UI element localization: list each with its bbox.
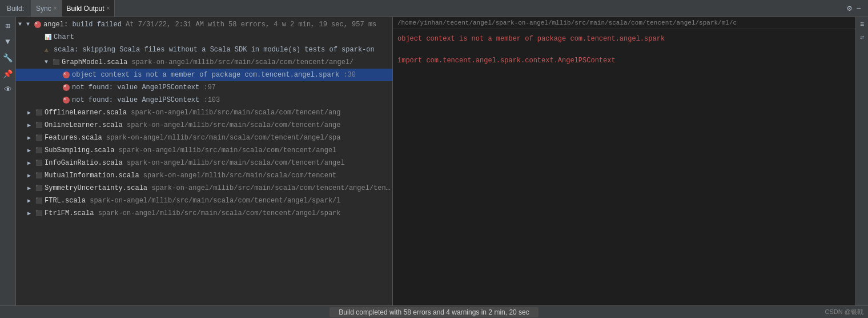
file-offline-text: OfflineLearner.scala spark-on-angel/mlli… xyxy=(45,109,341,117)
root-status: build failed xyxy=(72,21,126,29)
error-angel-103-row[interactable]: not found: value AngelPSContext :103 xyxy=(16,94,392,106)
file-symmetry-text: SymmetryUncertainty.scala spark-on-angel… xyxy=(45,184,390,192)
scala-warning-icon: ⚠ xyxy=(45,46,51,53)
scala-warning-text: scala: skipping Scala files without a Sc… xyxy=(54,46,375,54)
file-symmetry-row[interactable]: ⬛ SymmetryUncertainty.scala spark-on-ang… xyxy=(16,182,392,194)
file-offline-row[interactable]: ⬛ OfflineLearner.scala spark-on-angel/ml… xyxy=(16,106,392,119)
file-ftrlfm-text: FtrlFM.scala spark-on-angel/mllib/src/ma… xyxy=(45,209,341,217)
graphmodel-arrow xyxy=(45,59,51,66)
sidebar-collapse-icon[interactable]: ▼ xyxy=(2,35,14,48)
error-context-icon xyxy=(63,71,70,78)
root-label: angel: xyxy=(43,21,68,29)
minimize-icon[interactable]: − xyxy=(857,4,861,13)
tab-sync-close[interactable]: × xyxy=(54,5,57,11)
file-symmetry-arrow xyxy=(27,185,34,192)
sidebar-eye-icon[interactable]: 👁 xyxy=(2,84,14,96)
error-angel-103-arrow xyxy=(55,97,62,104)
error-angel-97-text: not found: value AngelPSContext :97 xyxy=(72,84,216,92)
build-label: Build: xyxy=(7,5,24,13)
sidebar-expand-icon[interactable]: ⊞ xyxy=(2,19,14,32)
sidebar-pin-icon[interactable]: 📌 xyxy=(2,67,14,80)
chart-arrow xyxy=(37,34,43,41)
right-list-icon[interactable]: ≡ xyxy=(857,19,867,30)
chart-icon: 📊 xyxy=(45,34,51,41)
error-panel: /home/yinhan/tecent/angel/spark-on-angel… xyxy=(393,17,855,305)
chart-text: Chart xyxy=(54,33,74,41)
file-features-icon: ⬛ xyxy=(35,134,42,141)
error-angel-97-icon xyxy=(63,84,70,91)
build-panel: angel: build failed At 7/31/22, 2:31 AM … xyxy=(16,17,393,305)
error-angel-103-text: not found: value AngelPSContext :103 xyxy=(72,96,220,104)
root-detail: At 7/31/22, 2:31 AM with 58 errors, 4 w … xyxy=(126,21,376,29)
file-features-text: Features.scala spark-on-angel/mllib/src/… xyxy=(45,134,341,142)
error-angel-97-msg: not found: value AngelPSContext xyxy=(72,84,203,92)
root-arrow xyxy=(18,21,25,28)
tab-sync[interactable]: Sync × xyxy=(31,0,62,17)
file-ftrlfm-icon: ⬛ xyxy=(35,210,42,217)
error-content: object context is not a member of packag… xyxy=(393,29,855,305)
graphmodel-text: GraphModel.scala spark-on-angel/mllib/sr… xyxy=(62,58,353,66)
file-ftrl-row[interactable]: ⬛ FTRL.scala spark-on-angel/mllib/src/ma… xyxy=(16,194,392,207)
file-online-icon: ⬛ xyxy=(35,122,42,129)
tab-build-output-close[interactable]: × xyxy=(107,5,110,11)
tab-bar: Build: Sync × Build Output × ⚙ − xyxy=(0,0,868,17)
error-angel-97-row[interactable]: not found: value AngelPSContext :97 xyxy=(16,81,392,94)
file-online-arrow xyxy=(27,122,34,129)
file-offline-icon: ⬛ xyxy=(35,109,42,116)
tab-build-output[interactable]: Build Output × xyxy=(62,0,115,17)
error-line-2: import com.tencent.angel.spark.context.A… xyxy=(397,55,851,66)
file-subsampling-arrow xyxy=(27,147,34,154)
error-angel-103-icon xyxy=(63,97,70,104)
left-sidebar: ⊞ ▼ 🔧 📌 👁 xyxy=(0,17,16,305)
file-infogain-arrow xyxy=(27,160,34,166)
scala-warning-arrow xyxy=(37,46,43,53)
sidebar-settings-icon[interactable]: 🔧 xyxy=(2,51,14,64)
file-infogain-icon: ⬛ xyxy=(35,160,42,166)
file-ftrl-text: FTRL.scala spark-on-angel/mllib/src/main… xyxy=(45,197,341,205)
file-mutual-row[interactable]: ⬛ MutualInformation.scala spark-on-angel… xyxy=(16,169,392,182)
error-line-1: object context is not a member of packag… xyxy=(397,34,851,45)
tab-build-output-label: Build Output xyxy=(67,5,105,13)
file-ftrl-icon: ⬛ xyxy=(35,197,42,204)
root-text: angel: build failed At 7/31/22, 2:31 AM … xyxy=(43,21,376,29)
file-subsampling-row[interactable]: ⬛ SubSampling.scala spark-on-angel/mllib… xyxy=(16,144,392,157)
file-mutual-arrow xyxy=(27,172,34,179)
file-subsampling-icon: ⬛ xyxy=(35,147,42,154)
tab-bar-actions: ⚙ − xyxy=(842,3,866,13)
file-online-row[interactable]: ⬛ OnlineLearner.scala spark-on-angel/mll… xyxy=(16,119,392,132)
error-context-arrow xyxy=(55,71,62,78)
file-offline-arrow xyxy=(27,109,34,116)
error-context-msg: object context is not a member of packag… xyxy=(72,71,343,79)
file-mutual-text: MutualInformation.scala spark-on-angel/m… xyxy=(45,172,336,180)
right-wrap-icon[interactable]: ⇌ xyxy=(857,32,867,42)
root-arrow2 xyxy=(26,21,33,28)
error-angel-103-msg: not found: value AngelPSContext xyxy=(72,96,203,104)
file-infogain-row[interactable]: ⬛ InfoGainRatio.scala spark-on-angel/mll… xyxy=(16,157,392,169)
file-features-row[interactable]: ⬛ Features.scala spark-on-angel/mllib/sr… xyxy=(16,132,392,144)
file-ftrlfm-arrow xyxy=(27,210,34,217)
graphmodel-filename: GraphModel.scala xyxy=(62,58,127,66)
build-root-row[interactable]: angel: build failed At 7/31/22, 2:31 AM … xyxy=(16,18,392,31)
build-section: Build: xyxy=(2,0,31,17)
file-subsampling-text: SubSampling.scala spark-on-angel/mllib/s… xyxy=(45,146,336,154)
build-tree: angel: build failed At 7/31/22, 2:31 AM … xyxy=(16,17,392,305)
status-bar: Build completed with 58 errors and 4 war… xyxy=(0,305,868,318)
error-angel-97-arrow xyxy=(55,84,62,91)
chart-row[interactable]: 📊 Chart xyxy=(16,31,392,43)
file-features-arrow xyxy=(27,134,34,141)
error-context-row[interactable]: object context is not a member of packag… xyxy=(16,69,392,81)
error-context-line: :30 xyxy=(343,71,356,79)
file-symmetry-icon: ⬛ xyxy=(35,185,42,192)
status-toast: Build completed with 58 errors and 4 war… xyxy=(329,307,539,317)
error-file-path: /home/yinhan/tecent/angel/spark-on-angel… xyxy=(393,17,855,29)
error-line-spacer xyxy=(397,45,851,55)
settings-icon[interactable]: ⚙ xyxy=(847,3,851,13)
error-context-text: object context is not a member of packag… xyxy=(72,71,356,79)
scala-warning-row[interactable]: ⚠ scala: skipping Scala files without a … xyxy=(16,43,392,56)
graphmodel-path-text: spark-on-angel/mllib/src/main/scala/com/… xyxy=(131,58,353,66)
graphmodel-row[interactable]: ⬛ GraphModel.scala spark-on-angel/mllib/… xyxy=(16,56,392,69)
file-infogain-text: InfoGainRatio.scala spark-on-angel/mllib… xyxy=(45,159,345,167)
file-mutual-icon: ⬛ xyxy=(35,172,42,179)
graphmodel-arrow-spacer xyxy=(37,59,43,66)
file-ftrlfm-row[interactable]: ⬛ FtrlFM.scala spark-on-angel/mllib/src/… xyxy=(16,207,392,220)
